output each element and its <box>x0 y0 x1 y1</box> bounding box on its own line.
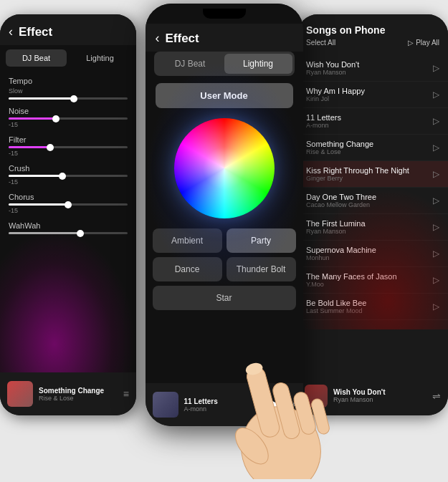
song-play-icon[interactable]: ▷ <box>433 63 439 73</box>
select-all-label[interactable]: Select All <box>306 39 335 47</box>
song-info: Kiss Right Through The Night Ginger Berr… <box>306 166 433 182</box>
play-all-button[interactable]: ▷ Play All <box>408 39 439 47</box>
tempo-sub: Slow <box>9 87 128 95</box>
song-play-icon[interactable]: ▷ <box>433 169 439 179</box>
song-title: Day One Two Three <box>306 193 433 201</box>
song-artist: Monhun <box>306 254 433 261</box>
song-artist: Ginger Berry <box>306 175 433 182</box>
crush-slider-row: Crush -15 <box>9 164 128 185</box>
song-title: 11 Letters <box>306 113 433 122</box>
noise-label: Noise <box>9 107 128 115</box>
right-phone: Songs on Phone Select All ▷ Play All Wis… <box>297 14 448 415</box>
song-info: Day One Two Three Cacao Mellow Garden <box>306 193 433 208</box>
left-sliders: Tempo Slow Noise -15 Filter <box>0 71 136 247</box>
chorus-track[interactable] <box>9 203 128 206</box>
song-title: The First Lumina <box>306 219 433 228</box>
user-mode-button[interactable]: User Mode <box>156 83 293 108</box>
song-info: Be Bold Like Bee Last Summer Mood <box>306 299 433 314</box>
song-artist: Y.Moo <box>306 281 433 288</box>
song-play-icon[interactable]: ▷ <box>433 222 439 232</box>
right-now-playing-info: Wish You Don't Ryan Manson <box>333 388 426 403</box>
left-tab-lighting[interactable]: Lighting <box>70 49 130 67</box>
center-eq-icon[interactable]: ⇌ <box>287 399 296 410</box>
star-button[interactable]: Star <box>153 286 296 310</box>
party-button[interactable]: Party <box>227 228 296 253</box>
song-item[interactable]: The Many Faces of Jason Y.Moo ▷ <box>297 267 448 294</box>
noise-slider-row: Noise -15 <box>9 107 128 128</box>
center-header: ‹ Effect <box>146 24 303 52</box>
wahwah-slider-row: WahWah <box>9 221 128 234</box>
color-wheel[interactable] <box>174 118 275 218</box>
tempo-track[interactable] <box>9 97 128 100</box>
center-tab-lighting[interactable]: Lighting <box>224 54 292 74</box>
center-tab-djbeat[interactable]: DJ Beat <box>156 54 224 74</box>
right-header-title: Songs on Phone <box>306 24 439 36</box>
song-item[interactable]: Be Bold Like Bee Last Summer Mood ▷ <box>297 294 448 320</box>
chorus-slider-row: Chorus -15 <box>9 193 128 214</box>
song-artist: Kirin Jol <box>306 95 433 102</box>
song-item[interactable]: Supernova Machine Monhun ▷ <box>297 241 448 267</box>
song-play-icon[interactable]: ▷ <box>433 143 439 153</box>
song-info: The First Lumina Ryan Manson <box>306 219 433 235</box>
center-back-button[interactable]: ‹ <box>156 31 160 46</box>
left-eq-icon[interactable]: ≡ <box>123 388 129 400</box>
song-play-icon[interactable]: ▷ <box>433 249 439 259</box>
center-now-playing-info: 11 Letters A-monn <box>184 397 266 413</box>
song-item[interactable]: 11 Letters A-monn ▷ <box>297 108 448 135</box>
song-title: The Many Faces of Jason <box>306 272 433 281</box>
song-artist: Ryan Manson <box>306 228 433 235</box>
left-now-playing: Something Change Rise & Lose ≡ <box>0 372 136 415</box>
ambient-button[interactable]: Ambient <box>153 228 222 253</box>
left-phone-title: Effect <box>19 25 52 39</box>
effect-buttons: Ambient Party Dance Thunder Bolt Star <box>146 228 303 310</box>
center-now-playing-title: 11 Letters <box>184 397 266 405</box>
song-item[interactable]: Something Change Rise & Lose ▷ <box>297 135 448 161</box>
thunder-bolt-button[interactable]: Thunder Bolt <box>227 257 296 281</box>
dance-button[interactable]: Dance <box>153 257 222 281</box>
color-wheel-container <box>146 118 303 218</box>
left-now-playing-artist: Rise & Lose <box>39 395 118 402</box>
wahwah-label: WahWah <box>9 221 128 230</box>
left-now-playing-title: Something Change <box>39 387 118 395</box>
song-artist: Rise & Lose <box>306 148 433 155</box>
song-list: Wish You Don't Ryan Manson ▷ Why Am I Ha… <box>297 55 448 320</box>
right-eq-icon[interactable]: ⇌ <box>432 390 441 402</box>
noise-track[interactable] <box>9 117 128 120</box>
song-item[interactable]: The First Lumina Ryan Manson ▷ <box>297 214 448 241</box>
center-now-playing-art <box>153 392 178 418</box>
song-item[interactable]: Wish You Don't Ryan Manson ▷ <box>297 55 448 82</box>
center-phone-title: Effect <box>166 32 199 46</box>
right-now-playing-title: Wish You Don't <box>333 388 426 396</box>
center-play-button[interactable]: ▶ <box>272 397 282 413</box>
song-play-icon[interactable]: ▷ <box>433 275 439 285</box>
wahwah-track[interactable] <box>9 232 128 234</box>
crush-track[interactable] <box>9 175 128 177</box>
song-artist: Cacao Mellow Garden <box>306 201 433 208</box>
center-phone: ‹ Effect DJ Beat Lighting User Mode Ambi… <box>146 4 303 426</box>
song-title: Supernova Machine <box>306 246 433 254</box>
song-play-icon[interactable]: ▷ <box>433 90 439 100</box>
center-now-playing-artist: A-monn <box>184 405 266 413</box>
left-back-button[interactable]: ‹ <box>9 24 13 39</box>
song-play-icon[interactable]: ▷ <box>433 302 439 312</box>
filter-track[interactable] <box>9 146 128 148</box>
chorus-label: Chorus <box>9 193 128 201</box>
center-notch <box>203 9 246 19</box>
song-item[interactable]: Day One Two Three Cacao Mellow Garden ▷ <box>297 188 448 214</box>
song-play-icon[interactable]: ▷ <box>433 196 439 206</box>
song-artist: Last Summer Mood <box>306 307 433 314</box>
song-title: Kiss Right Through The Night <box>306 166 433 175</box>
left-tab-djbeat[interactable]: DJ Beat <box>6 49 67 67</box>
filter-slider-row: Filter -15 <box>9 135 128 157</box>
song-info: Wish You Don't Ryan Manson <box>306 60 433 76</box>
song-play-icon[interactable]: ▷ <box>433 116 439 126</box>
color-wheel-wrapper <box>174 118 275 218</box>
song-artist: A-monn <box>306 122 433 129</box>
right-header: Songs on Phone Select All ▷ Play All <box>297 14 448 55</box>
center-status-bar <box>146 4 303 24</box>
center-tabs: DJ Beat Lighting <box>154 52 295 76</box>
song-title: Wish You Don't <box>306 60 433 69</box>
song-item[interactable]: Why Am I Happy Kirin Jol ▷ <box>297 82 448 108</box>
right-now-playing: Wish You Don't Ryan Manson ⇌ <box>297 376 448 415</box>
song-item-highlighted[interactable]: Kiss Right Through The Night Ginger Berr… <box>297 161 448 188</box>
